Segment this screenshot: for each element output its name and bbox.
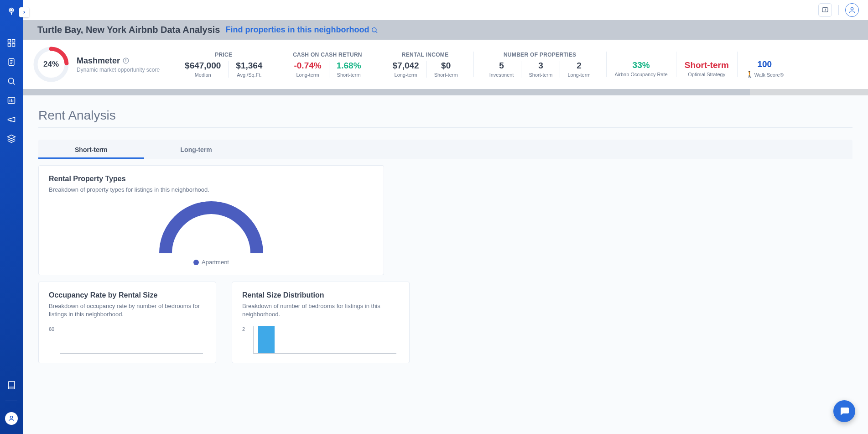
find-properties-link-text: Find properties in this neighborhood [225, 25, 369, 35]
svg-line-11 [13, 83, 15, 85]
metric-income-long: $7,042 Long-term [385, 61, 426, 78]
metric-group-coc: CASH ON CASH RETURN -0.74% Long-term 1.6… [278, 52, 376, 78]
metric-label: Long-term [567, 72, 590, 78]
svg-rect-3 [12, 40, 15, 42]
card-subtitle: Breakdown of property types for listings… [49, 186, 374, 194]
metric-income-short: $0 Short-term [426, 61, 465, 78]
content-area: Rent Analysis Short-term Long-term Renta… [23, 95, 868, 434]
metric-label: 🚶Walk Score® [746, 71, 784, 78]
sidebar-expand-button[interactable] [19, 7, 29, 17]
svg-marker-16 [8, 135, 16, 139]
metric-props-long: 2 Long-term [560, 61, 598, 78]
metric-price-median: $647,000 Median [177, 61, 228, 78]
card-property-types: Rental Property Types Breakdown of prope… [38, 165, 384, 275]
nav-reports[interactable] [7, 58, 16, 67]
metric-group-props: NUMBER OF PROPERTIES 5 Investment 3 Shor… [474, 52, 606, 78]
nav-docs[interactable] [7, 381, 16, 390]
chart-y-tick: 2 [242, 326, 245, 332]
svg-rect-4 [8, 44, 11, 47]
topbar [23, 0, 868, 20]
svg-line-22 [376, 31, 377, 33]
section-divider [38, 127, 852, 128]
metric-label: Short-term [337, 72, 361, 78]
chart-y-tick: 60 [49, 326, 54, 332]
metric-label: Long-term [296, 72, 319, 78]
metric-title-income: RENTAL INCOME [402, 52, 449, 58]
metric-price-avgsqft: $1,364 Avg./Sq.Ft. [228, 61, 270, 78]
metrics-strip: 24% Mashmeter Dynamic market opportunity… [23, 40, 868, 89]
metric-value: $647,000 [185, 61, 221, 71]
metric-label: Short-term [434, 72, 458, 78]
card-title: Rental Property Types [49, 175, 374, 183]
metric-value: 100 [757, 59, 772, 69]
legend-label: Apartment [202, 259, 229, 266]
metric-label: Airbnb Occupancy Rate [615, 72, 668, 77]
metric-value: $0 [441, 61, 451, 71]
mashmeter-ring: 24% [33, 46, 69, 83]
svg-point-10 [8, 78, 14, 84]
metric-strategy: Short-term Optimal Strategy [676, 52, 737, 77]
chart-axes [60, 326, 203, 354]
metric-value: $1,364 [236, 61, 262, 71]
card-occupancy-by-size: Occupancy Rate by Rental Size Breakdown … [38, 282, 216, 363]
metric-value: 5 [499, 61, 504, 71]
metric-value: 2 [577, 61, 582, 71]
chart-axes [253, 326, 396, 354]
nav-marketing[interactable] [7, 115, 16, 124]
search-icon [371, 26, 378, 34]
tab-short-term[interactable]: Short-term [38, 140, 144, 159]
profile-button[interactable] [845, 3, 859, 17]
svg-point-20 [851, 8, 853, 10]
occupancy-bar-chart: 60 [49, 326, 206, 354]
svg-point-19 [825, 11, 826, 11]
metric-coc-short: 1.68% Short-term [329, 61, 369, 78]
metric-coc-long: -0.74% Long-term [286, 61, 328, 78]
metric-label: Investment [489, 72, 514, 78]
metric-props-investment: 5 Investment [482, 61, 521, 78]
nav-analytics[interactable] [7, 96, 16, 105]
rent-tabs: Short-term Long-term [38, 140, 852, 159]
topbar-divider [838, 5, 839, 15]
legend-dot-icon [193, 260, 199, 265]
tab-long-term[interactable]: Long-term [144, 140, 249, 159]
card-title: Rental Size Distribution [242, 291, 399, 299]
mashmeter: 24% Mashmeter Dynamic market opportunity… [33, 46, 169, 83]
metric-value: 33% [633, 60, 650, 70]
page-progress [23, 89, 868, 95]
mashmeter-title: Mashmeter [77, 56, 120, 66]
brand-logo[interactable] [5, 5, 18, 18]
nav-profile[interactable] [5, 412, 18, 425]
nav-dashboard[interactable] [7, 38, 16, 47]
nav-search[interactable] [7, 77, 16, 86]
svg-point-1 [10, 9, 12, 11]
chart-bar [258, 326, 275, 353]
metric-occupancy: 33% Airbnb Occupancy Rate [607, 52, 676, 77]
find-properties-link[interactable]: Find properties in this neighborhood [225, 25, 378, 35]
metric-group-price: PRICE $647,000 Median $1,364 Avg./Sq.Ft. [169, 52, 278, 78]
metric-label: Avg./Sq.Ft. [237, 72, 261, 78]
mashmeter-subtitle: Dynamic market opportunity score [77, 67, 160, 73]
metric-walkscore: 100 🚶Walk Score® [738, 51, 792, 78]
info-icon[interactable] [123, 58, 129, 64]
nav-layers[interactable] [7, 134, 16, 143]
svg-rect-2 [8, 40, 11, 42]
chat-launcher-button[interactable] [833, 400, 855, 422]
donut-legend: Apartment [193, 259, 229, 266]
card-title: Occupancy Rate by Rental Size [49, 291, 206, 299]
metric-value: 3 [538, 61, 543, 71]
metric-group-income: RENTAL INCOME $7,042 Long-term $0 Short-… [377, 52, 473, 78]
metric-title-props: NUMBER OF PROPERTIES [504, 52, 576, 58]
metric-label: Long-term [395, 72, 417, 78]
walk-icon: 🚶 [746, 71, 754, 78]
metric-label: Short-term [529, 72, 552, 78]
metric-label: Optimal Strategy [688, 72, 725, 77]
page-progress-fill [23, 89, 750, 95]
metric-props-short: 3 Short-term [521, 61, 560, 78]
metric-value: 1.68% [337, 61, 361, 71]
page-title: Turtle Bay, New York Airbnb Data Analysi… [37, 25, 220, 35]
metric-title-coc: CASH ON CASH RETURN [293, 52, 362, 58]
metric-value: Short-term [685, 60, 729, 70]
card-subtitle: Breakdown of number of bedrooms for list… [242, 302, 399, 319]
help-button[interactable] [818, 3, 832, 17]
section-title: Rent Analysis [38, 108, 852, 123]
